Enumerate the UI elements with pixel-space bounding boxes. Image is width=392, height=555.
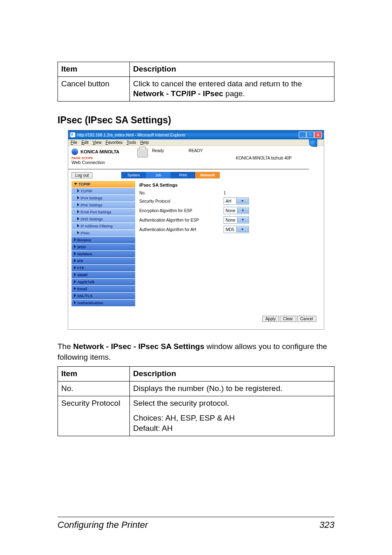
- page-footer: Configuring the Printer 323: [58, 517, 334, 530]
- brand-icon: [71, 148, 78, 155]
- form-label: Encryption Algorithm for ESP: [139, 208, 215, 213]
- sidebar-item[interactable]: IPsec: [71, 230, 135, 237]
- ie-icon: [70, 132, 75, 137]
- form-label: Authentication Algorithm for ESP: [139, 218, 215, 222]
- arrow-icon: [74, 183, 77, 185]
- arrow-icon: [77, 224, 79, 227]
- t1-h2: Description: [130, 62, 334, 77]
- sidebar-item[interactable]: WSD: [71, 244, 135, 251]
- arrow-icon: [77, 210, 79, 213]
- sidebar-item[interactable]: IPv4 Settings: [71, 195, 135, 202]
- sidebar-item[interactable]: IPv6 Settings: [71, 202, 135, 209]
- select-field[interactable]: AH: [224, 197, 249, 205]
- select-field[interactable]: MD5: [224, 226, 249, 233]
- menu-item[interactable]: Tools: [127, 140, 136, 145]
- menu-item[interactable]: View: [92, 140, 101, 145]
- form-row: Security ProtocolAH: [139, 197, 316, 205]
- tabs[interactable]: System Job Print Network: [121, 172, 220, 178]
- brand-name: KONICA MINOLTA: [81, 149, 120, 154]
- table-items: ItemDescription No.Displays the number (…: [58, 366, 334, 436]
- minimize-icon: _: [299, 132, 306, 138]
- chevron-down-icon[interactable]: [237, 217, 249, 223]
- table-cancel: ItemDescription Cancel buttonClick to ca…: [58, 62, 334, 102]
- t2-h2: Description: [130, 367, 334, 382]
- form-row: Authentication Algorithm for AHMD5: [139, 226, 316, 233]
- table-row: Cancel buttonClick to cancel the entered…: [58, 76, 334, 101]
- tab-print[interactable]: Print: [171, 172, 195, 178]
- chevron-down-icon[interactable]: [236, 227, 249, 232]
- arrow-icon: [74, 273, 76, 276]
- footer-title: Configuring the Printer: [58, 520, 148, 530]
- screenshot: http://192.168.1.2/a_index.html - Micros…: [68, 130, 324, 330]
- tab-system[interactable]: System: [121, 172, 146, 178]
- sidebar[interactable]: TCP/IPTCP/IPIPv4 SettingsIPv6 SettingsRA…: [71, 181, 135, 307]
- arrow-icon: [77, 203, 79, 206]
- table-row: Security ProtocolSelect the security pro…: [58, 396, 334, 436]
- arrow-icon: [74, 280, 76, 283]
- sidebar-item[interactable]: TCP/IP: [71, 181, 135, 188]
- sidebar-item[interactable]: IP Address Filtering: [71, 223, 135, 230]
- tab-network[interactable]: Network: [195, 172, 220, 178]
- ie-logo-icon: [309, 139, 317, 147]
- sidebar-item[interactable]: NetWare: [71, 251, 135, 258]
- description: The Network - IPsec - IPsec SA Settings …: [58, 341, 334, 362]
- menu-item[interactable]: File: [71, 140, 77, 145]
- arrow-icon: [74, 287, 76, 290]
- select-field[interactable]: None: [224, 216, 249, 224]
- t1-item: Cancel button: [58, 76, 130, 101]
- window-titlebar: http://192.168.1.2/a_index.html - Micros…: [68, 130, 324, 139]
- select-field[interactable]: None: [224, 207, 249, 214]
- arrow-icon: [77, 231, 79, 234]
- form-value: 1: [224, 191, 226, 195]
- sidebar-item[interactable]: FTP: [71, 265, 135, 272]
- arrow-icon: [77, 217, 79, 220]
- sidebar-item[interactable]: SSL/TLS: [71, 293, 135, 300]
- menu-item[interactable]: Edit: [81, 140, 88, 145]
- arrow-icon: [74, 266, 76, 269]
- chevron-down-icon[interactable]: [236, 198, 249, 204]
- arrow-icon: [77, 189, 79, 192]
- menu-item[interactable]: Favorites: [106, 140, 122, 145]
- chevron-down-icon[interactable]: [237, 208, 249, 213]
- table-row: No.Displays the number (No.) to be regis…: [58, 382, 334, 396]
- menubar[interactable]: FileEditViewFavoritesToolsHelp: [68, 139, 324, 146]
- form-label: Authentication Algorithm for AH: [139, 227, 215, 232]
- apply-button[interactable]: Apply: [262, 316, 279, 322]
- sidebar-item[interactable]: IPP: [71, 258, 135, 265]
- window-title: http://192.168.1.2/a_index.html - Micros…: [77, 133, 185, 137]
- page-number: 323: [319, 520, 334, 530]
- logout-button[interactable]: Log out: [71, 172, 92, 178]
- arrow-icon: [74, 238, 76, 241]
- t1-desc: Click to cancel the entered data and ret…: [130, 76, 334, 101]
- form-label: Security Protocol: [139, 199, 215, 204]
- arrow-icon: [74, 294, 76, 297]
- sidebar-item[interactable]: Authentication: [71, 300, 135, 307]
- clear-button[interactable]: Clear: [280, 316, 296, 322]
- arrow-icon: [77, 196, 79, 199]
- form-title: IPsec SA Settings: [139, 183, 316, 187]
- status-ready: Ready: [152, 148, 164, 153]
- sidebar-item[interactable]: AppleTalk: [71, 279, 135, 286]
- sidebar-item[interactable]: Bonjour: [71, 237, 135, 244]
- model-name: KONICA MINOLTA bizhub 40P: [236, 148, 306, 165]
- arrow-icon: [74, 301, 76, 304]
- status-ready-caps: READY: [189, 148, 203, 153]
- cancel-button[interactable]: Cancel: [297, 316, 316, 322]
- sidebar-item[interactable]: SNMP: [71, 272, 135, 279]
- form-row: Encryption Algorithm for ESPNone: [139, 207, 316, 214]
- form-row: No.1: [139, 191, 316, 195]
- close-icon: X: [314, 132, 322, 138]
- sidebar-item[interactable]: Email: [71, 286, 135, 293]
- arrow-icon: [74, 245, 76, 248]
- tab-job[interactable]: Job: [146, 172, 171, 178]
- window-controls[interactable]: _□X: [299, 132, 322, 138]
- sidebar-item[interactable]: DNS Settings: [71, 216, 135, 223]
- sidebar-item[interactable]: TCP/IP: [71, 188, 135, 195]
- t1-h1: Item: [58, 62, 130, 77]
- pagescope: Web Connection: [71, 160, 105, 165]
- menu-item[interactable]: Help: [140, 140, 149, 145]
- pagescope-label: PAGE SCOPE: [71, 157, 137, 160]
- sidebar-item[interactable]: RAW Port Settings: [71, 209, 135, 216]
- section-heading: IPsec (IPsec SA Settings): [58, 115, 334, 126]
- t2-h1: Item: [58, 367, 130, 382]
